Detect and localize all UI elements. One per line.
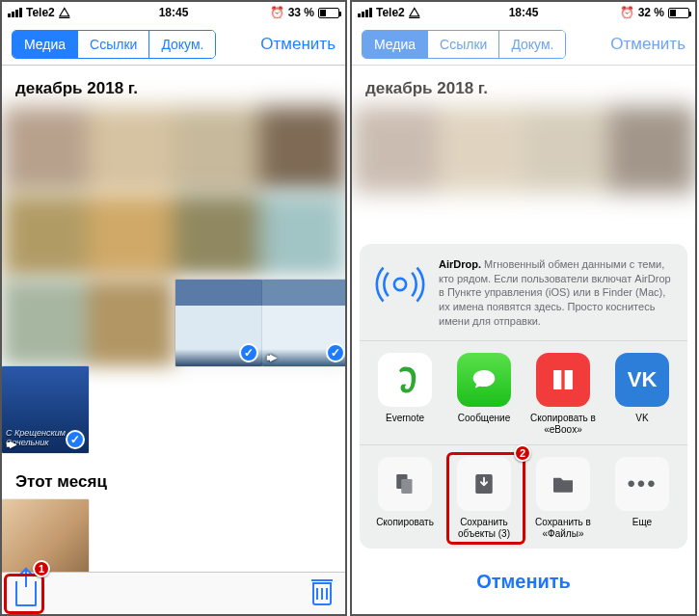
sheet-cancel-button[interactable]: Отменить (360, 556, 687, 606)
alarm-icon: ⏰ (620, 6, 634, 19)
app-label: Evernote (386, 413, 424, 434)
airdrop-text: AirDrop. Мгновенный обмен данными с теми… (439, 257, 674, 329)
more-icon: ••• (615, 457, 669, 511)
app-label: Сообщение (458, 413, 510, 434)
media-thumb[interactable] (262, 280, 347, 366)
alarm-icon: ⏰ (270, 6, 284, 19)
section-december: декабрь 2018 г. (352, 66, 695, 106)
video-indicator-icon (6, 439, 15, 449)
cancel-button[interactable]: Отменить (610, 35, 686, 54)
app-label: Скопировать в «eBoox» (525, 413, 601, 435)
airdrop-title: AirDrop. (439, 258, 481, 270)
evernote-icon (378, 353, 432, 407)
phone-left: Tele2 ⧋ 18:45 ⏰ 33 % Медиа Ссылки Докум.… (0, 0, 347, 616)
media-grid: С Крещенским Сочельник (2, 106, 345, 366)
eboox-icon (536, 353, 590, 407)
media-thumb[interactable] (175, 280, 262, 366)
copy-icon (378, 457, 432, 511)
app-label: VK (635, 413, 648, 434)
share-app-evernote[interactable]: Evernote (367, 353, 443, 435)
action-more[interactable]: ••• Еще (605, 457, 680, 539)
action-save-files[interactable]: Сохранить в «Файлы» (525, 457, 601, 539)
action-copy[interactable]: Скопировать (367, 457, 443, 539)
tab-docs[interactable]: Докум. (149, 31, 215, 58)
annotation-badge-1: 1 (33, 560, 50, 577)
cancel-button[interactable]: Отменить (260, 35, 336, 54)
carrier-label: Tele2 (26, 6, 55, 19)
tab-media[interactable]: Медиа (13, 31, 78, 58)
section-this-month: Этот месяц (2, 459, 345, 499)
battery-icon (318, 8, 339, 18)
share-icon[interactable] (15, 581, 37, 606)
airdrop-section[interactable]: AirDrop. Мгновенный обмен данными с теми… (360, 244, 687, 341)
share-app-messages[interactable]: Сообщение (446, 353, 522, 435)
status-bar: Tele2 ⧋ 18:45 ⏰ 33 % (2, 2, 345, 23)
phone-right: Tele2 ⧋ 18:45 ⏰ 32 % Медиа Ссылки Докум.… (350, 0, 697, 616)
tab-links[interactable]: Ссылки (78, 31, 149, 58)
share-sheet: AirDrop. Мгновенный обмен данными с теми… (360, 244, 687, 606)
share-app-eboox[interactable]: Скопировать в «eBoox» (525, 353, 601, 435)
trash-icon[interactable] (312, 582, 332, 605)
battery-percent: 33 % (288, 6, 314, 19)
selection-check-icon (326, 343, 345, 362)
share-app-vk[interactable]: VK VK (605, 353, 680, 435)
vk-icon: VK (615, 353, 669, 407)
battery-percent: 32 % (638, 6, 664, 19)
files-icon (536, 457, 590, 511)
svg-point-0 (394, 279, 406, 290)
battery-icon (668, 8, 689, 18)
bottom-toolbar (2, 572, 345, 614)
selection-check-icon (66, 430, 85, 449)
carrier-label: Tele2 (376, 6, 405, 19)
wifi-icon: ⧋ (409, 5, 420, 20)
messages-icon (457, 353, 511, 407)
annotation-highlight (446, 452, 525, 545)
navbar: Медиа Ссылки Докум. Отменить (2, 23, 345, 66)
navbar: Медиа Ссылки Докум. Отменить (352, 23, 695, 66)
svg-rect-2 (401, 479, 412, 494)
action-label: Еще (632, 517, 652, 538)
wifi-icon: ⧋ (59, 5, 70, 20)
section-december: декабрь 2018 г. (2, 66, 345, 106)
thumb-caption: С Крещенским (6, 428, 66, 438)
tab-docs[interactable]: Докум. (499, 31, 565, 58)
annotation-badge-2: 2 (514, 444, 531, 462)
selection-check-icon (239, 343, 258, 362)
segmented-control: Медиа Ссылки Докум. (362, 30, 566, 59)
media-thumb[interactable]: С Крещенским Сочельник (2, 366, 89, 453)
action-label: Скопировать (376, 517, 434, 538)
video-indicator-icon (266, 352, 276, 362)
media-grid (352, 106, 695, 193)
tab-media[interactable]: Медиа (363, 31, 428, 58)
tab-links[interactable]: Ссылки (428, 31, 499, 58)
share-apps-row: Evernote Сообщение Скопировать в «eBoox» (360, 341, 687, 445)
airdrop-icon (373, 257, 427, 311)
signal-icon (8, 8, 22, 17)
segmented-control: Медиа Ссылки Докум. (12, 30, 216, 59)
signal-icon (358, 8, 372, 17)
action-label: Сохранить в «Файлы» (525, 517, 601, 539)
status-bar: Tele2 ⧋ 18:45 ⏰ 32 % (352, 2, 695, 23)
